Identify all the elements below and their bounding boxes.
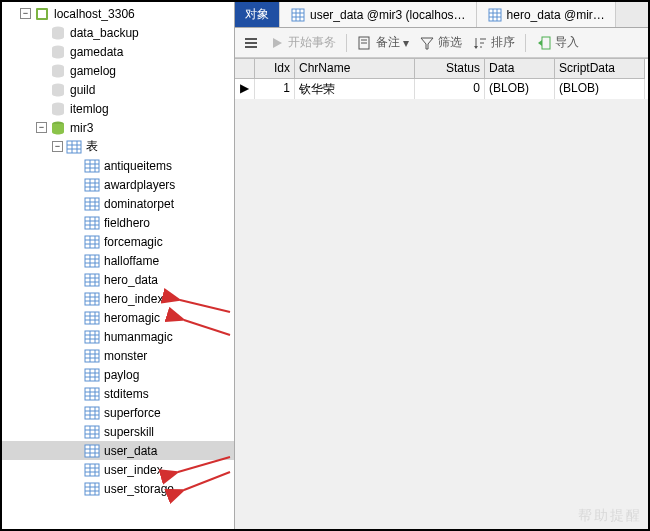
tree-table-superskill[interactable]: superskill [2, 422, 234, 441]
start-transaction-button[interactable]: 开始事务 [269, 34, 336, 51]
db-icon [50, 25, 66, 41]
memo-button[interactable]: 备注▾ [357, 34, 409, 51]
table-icon [84, 310, 100, 326]
tree-table-user-index[interactable]: user_index [2, 460, 234, 479]
svg-rect-63 [85, 350, 99, 362]
tree-db[interactable]: itemlog [2, 99, 234, 118]
tree-label: paylog [104, 368, 234, 382]
row-pointer-icon: ▶ [235, 79, 255, 99]
cell[interactable]: (BLOB) [555, 79, 645, 99]
tree-table-dominatorpet[interactable]: dominatorpet [2, 194, 234, 213]
db-icon [50, 63, 66, 79]
tree-label: hero_data [104, 273, 234, 287]
svg-marker-127 [538, 40, 542, 46]
grid-row[interactable]: ▶ 1 钦华荣 0 (BLOB) (BLOB) [235, 79, 648, 99]
svg-rect-33 [85, 236, 99, 248]
table-icon [84, 348, 100, 364]
tree-table-stditems[interactable]: stditems [2, 384, 234, 403]
svg-rect-8 [67, 141, 81, 153]
tree-db[interactable]: guild [2, 80, 234, 99]
tree-label: itemlog [70, 102, 234, 116]
col-header[interactable]: ScriptData [555, 59, 645, 79]
tree-label: mir3 [70, 121, 234, 135]
cell[interactable]: (BLOB) [485, 79, 555, 99]
tree-label: halloffame [104, 254, 234, 268]
tree-db[interactable]: data_backup [2, 23, 234, 42]
btn-label: 筛选 [438, 34, 462, 51]
tree-label: stditems [104, 387, 234, 401]
tree-table-awardplayers[interactable]: awardplayers [2, 175, 234, 194]
tree-label: superforce [104, 406, 234, 420]
tree-table-fieldhero[interactable]: fieldhero [2, 213, 234, 232]
tree-table-superforce[interactable]: superforce [2, 403, 234, 422]
tree-table-antiqueitems[interactable]: antiqueitems [2, 156, 234, 175]
col-header[interactable]: ChrName [295, 59, 415, 79]
expander-icon[interactable]: − [36, 122, 47, 133]
tree-table-heromagic[interactable]: heromagic [2, 308, 234, 327]
tree-table-forcemagic[interactable]: forcemagic [2, 232, 234, 251]
tree-label: guild [70, 83, 234, 97]
btn-label: 导入 [555, 34, 579, 51]
chevron-down-icon: ▾ [403, 36, 409, 50]
tree-label: gamedata [70, 45, 234, 59]
db-icon [50, 101, 66, 117]
table-icon [84, 443, 100, 459]
tree-db[interactable]: gamelog [2, 61, 234, 80]
import-button[interactable]: 导入 [536, 34, 579, 51]
table-icon [487, 7, 503, 23]
tree-table-hero-index[interactable]: hero_index [2, 289, 234, 308]
tree-db-active[interactable]: − mir3 [2, 118, 234, 137]
sort-button[interactable]: 排序 [472, 34, 515, 51]
expander-icon[interactable]: − [20, 8, 31, 19]
tree-tables-node[interactable]: − 表 [2, 137, 234, 156]
tree-label: 表 [86, 138, 234, 155]
btn-label: 备注 [376, 34, 400, 51]
expander-icon[interactable]: − [52, 141, 63, 152]
table-icon [84, 367, 100, 383]
tab-hero-data[interactable]: hero_data @mir… [477, 2, 616, 27]
col-header[interactable]: Status [415, 59, 485, 79]
table-icon [84, 386, 100, 402]
tab-objects[interactable]: 对象 [235, 2, 280, 27]
svg-rect-103 [292, 9, 304, 21]
cell[interactable]: 1 [255, 79, 295, 99]
tree-table-humanmagic[interactable]: humanmagic [2, 327, 234, 346]
grid-header: Idx ChrName Status Data ScriptData [235, 59, 648, 79]
tree-table-paylog[interactable]: paylog [2, 365, 234, 384]
tree-connection[interactable]: − localhost_3306 [2, 4, 234, 23]
table-icon [84, 481, 100, 497]
tree-label: monster [104, 349, 234, 363]
filter-button[interactable]: 筛选 [419, 34, 462, 51]
svg-marker-122 [474, 46, 478, 49]
tree-label: humanmagic [104, 330, 234, 344]
tree-db[interactable]: gamedata [2, 42, 234, 61]
cell[interactable]: 0 [415, 79, 485, 99]
hamburger-icon[interactable] [243, 35, 259, 51]
tree-label: gamelog [70, 64, 234, 78]
tab-label: 对象 [245, 6, 269, 23]
svg-rect-53 [85, 312, 99, 324]
cell[interactable]: 钦华荣 [295, 79, 415, 99]
col-header[interactable]: Idx [255, 59, 295, 79]
tree-table-monster[interactable]: monster [2, 346, 234, 365]
tree-table-hero-data[interactable]: hero_data [2, 270, 234, 289]
tree-label: fieldhero [104, 216, 234, 230]
tree-table-user-storage[interactable]: user_storage [2, 479, 234, 498]
tree-label: localhost_3306 [54, 7, 234, 21]
main-panel: 对象 user_data @mir3 (localhos… hero_data … [235, 2, 648, 529]
tree-label: forcemagic [104, 235, 234, 249]
data-grid[interactable]: Idx ChrName Status Data ScriptData ▶ 1 钦… [235, 58, 648, 99]
tree-label: user_index [104, 463, 234, 477]
tree-label: awardplayers [104, 178, 234, 192]
svg-marker-120 [421, 38, 433, 49]
table-icon [84, 329, 100, 345]
btn-label: 开始事务 [288, 34, 336, 51]
tab-user-data[interactable]: user_data @mir3 (localhos… [280, 2, 477, 27]
svg-rect-126 [542, 37, 550, 49]
tree-sidebar[interactable]: − localhost_3306 data_backup gamedata ga… [2, 2, 235, 529]
svg-rect-98 [85, 483, 99, 495]
tree-label: heromagic [104, 311, 234, 325]
tree-table-user-data[interactable]: user_data [2, 441, 234, 460]
tree-table-halloffame[interactable]: halloffame [2, 251, 234, 270]
col-header[interactable]: Data [485, 59, 555, 79]
